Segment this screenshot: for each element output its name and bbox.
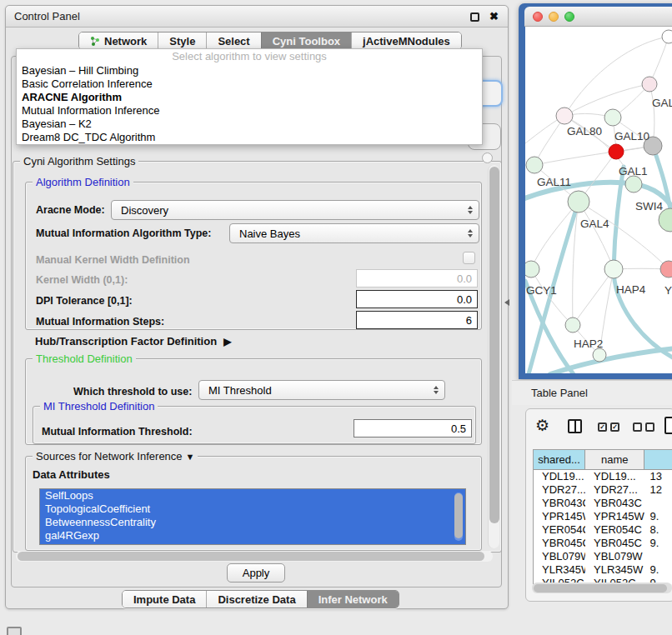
dropdown-item-bayesian-k2[interactable]: Bayesian – K2 [17,118,482,131]
dropdown-item-dream8-dc-tdc-algorithm[interactable]: Dream8 DC_TDC Algorithm [17,131,482,144]
network-window-titlebar[interactable] [524,7,672,27]
network-view-canvas[interactable]: GALGAL80GAL10GAL1GAL11SWI4GAL4GCY1HAP4YH… [525,27,672,373]
obscured-radio-fragment [482,152,493,163]
table-cell: YBR043C [585,497,644,510]
tab-infer-network[interactable]: Infer Network [307,591,399,608]
table-row[interactable]: YDL19...YDL19...13 [534,470,672,483]
network-node[interactable] [642,77,657,92]
settings-gear-icon[interactable]: ⚙ [535,416,549,435]
tab-cyni-toolbox[interactable]: Cyni Toolbox [261,32,351,49]
dropdown-item-basic-correlation-inference[interactable]: Basic Correlation Inference [17,78,482,91]
node-label-gal10: GAL10 [614,130,649,142]
application-window: Control Panel ✖ NetworkStyleSelectCyni T… [0,0,672,635]
network-node[interactable] [660,261,672,278]
column-header-item[interactable] [644,450,672,470]
minimize-button[interactable] [549,12,559,22]
node-label-hap4: HAP4 [616,283,646,296]
minimized-panel-icon[interactable] [7,627,22,635]
scrollbar-thumb[interactable] [454,493,463,538]
float-panel-icon[interactable] [470,12,479,22]
attribute-item-selfloops[interactable]: SelfLoops [40,489,465,502]
table-horizontal-scrollbar[interactable] [532,582,672,593]
table-cell: 9. [644,537,672,550]
table-cell: YBR043C [534,497,585,510]
table-row[interactable]: YPR145WYPR145W9. [534,510,672,523]
attribute-item-topologicalcoefficient[interactable]: TopologicalCoefficient [40,502,465,516]
tab-label: Impute Data [133,593,195,606]
column-header-name[interactable]: name [585,450,644,470]
tab-style[interactable]: Style [158,32,206,49]
network-node[interactable] [609,144,624,159]
network-edge[interactable] [534,146,653,165]
network-node[interactable] [604,109,621,126]
attribute-item-betweennesscentrality[interactable]: BetweennessCentrality [40,516,465,529]
table-row[interactable]: YBR045CYBR045C9. [534,537,672,550]
settings-horizontal-scrollbar[interactable] [16,551,493,562]
network-node[interactable] [625,176,642,192]
apply-button[interactable]: Apply [227,563,285,582]
mi-steps-field[interactable]: 6 [356,311,478,329]
table-row[interactable]: YLR345WYLR345W9. [534,563,672,577]
tab-network[interactable]: Network [79,32,158,49]
unselect-all-columns-icon[interactable] [633,422,654,432]
mi-threshold-field[interactable]: 0.5 [354,419,472,438]
new-table-icon[interactable] [664,417,672,434]
table-row[interactable]: YDR27...YDR27...12 [534,483,672,497]
network-node[interactable] [556,108,573,124]
select-all-columns-icon[interactable]: ✓✓ [598,422,619,432]
scrollbar-thumb[interactable] [489,167,499,523]
network-node[interactable] [593,348,606,362]
dropdown-item-aracne-algorithm[interactable]: ARACNE Algorithm [17,91,482,104]
data-attributes-list[interactable]: SelfLoopsTopologicalCoefficientBetweenne… [39,488,466,545]
table-panel: ⚙✓✓ shared...name YDL19...YDL19...13YDR2… [525,408,672,602]
dpi-tolerance-field[interactable]: 0.0 [356,290,478,308]
network-node[interactable] [526,157,543,173]
close-button[interactable] [533,12,543,22]
mi-algorithm-type-select[interactable]: Naive Bayes [229,223,479,243]
tab-jactivemnodules[interactable]: jActiveMNodules [351,32,461,49]
aracne-mode-select[interactable]: Discovery [111,200,479,220]
tab-impute-data[interactable]: Impute Data [123,591,206,608]
which-threshold-select[interactable]: MI Threshold [198,380,445,400]
table-row[interactable]: YBL079WYBL079W [534,550,672,563]
scrollbar-thumb[interactable] [534,584,667,592]
attributes-list-scrollbar[interactable] [454,492,463,541]
table-cell [644,497,672,510]
table-row[interactable]: YBR043CYBR043C [534,497,672,510]
network-edge[interactable] [579,202,614,269]
close-panel-icon[interactable]: ✖ [489,10,499,22]
network-node[interactable] [565,318,580,332]
tab-select[interactable]: Select [206,32,260,49]
node-label-gal4: GAL4 [580,218,609,230]
zoom-button[interactable] [564,12,574,22]
expanded-arrow-icon[interactable]: ▼ [186,452,195,462]
mi-steps-label: Mutual Information Steps: [36,314,164,329]
table-cell: YER054C [585,523,644,537]
network-node[interactable] [525,261,539,278]
kernel-width-field[interactable]: 0.0 [356,269,478,288]
network-node[interactable] [662,30,672,43]
column-header-shared[interactable]: shared... [534,450,585,470]
network-node[interactable] [568,191,589,212]
kernel-width-label: Kernel Width (0,1): [36,272,128,288]
settings-group-title: Cyni Algorithm Settings [20,155,138,168]
control-panel-title: Control Panel [14,6,80,28]
tab-discretize-data[interactable]: Discretize Data [206,591,306,608]
table-row[interactable]: YER054CYER054C8. [534,523,672,537]
dropdown-item-bayesian-hill-climbing[interactable]: Bayesian – Hill Climbing [17,64,482,78]
aracne-mode-label: Aracne Mode: [36,202,105,218]
settings-vertical-scrollbar[interactable] [488,165,499,548]
manual-kernel-width-label: Manual Kernel Width Definition [36,252,190,268]
network-edge[interactable] [531,202,579,269]
network-edge[interactable] [573,269,614,325]
dropdown-item-mutual-information-inference[interactable]: Mutual Information Inference [17,104,482,118]
stepper-arrows-icon [434,386,444,394]
table-cell: YBL079W [534,550,585,563]
hub-definition-expander[interactable]: Hub/Transcription Factor Definition▶ [35,335,231,348]
attribute-item-gal4rgexp[interactable]: gal4RGexp [40,529,465,542]
split-columns-icon[interactable] [568,419,582,433]
manual-kernel-width-checkbox[interactable] [463,252,475,264]
scrollbar-thumb[interactable] [18,552,484,561]
network-node[interactable] [604,260,623,278]
mi-threshold-definition-group: MI Threshold Definition Mutual Informati… [33,406,476,444]
